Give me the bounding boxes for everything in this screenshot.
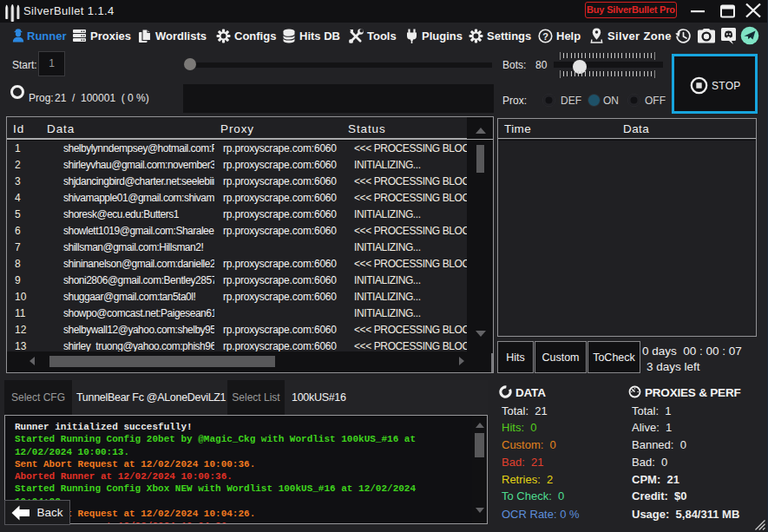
svg-text:?: ? [542,30,548,41]
